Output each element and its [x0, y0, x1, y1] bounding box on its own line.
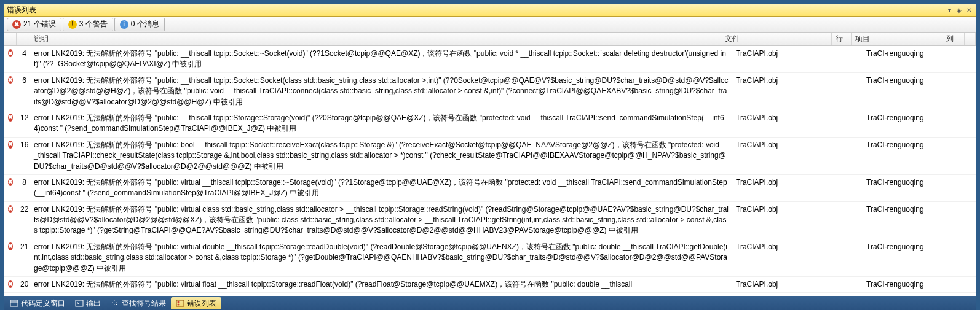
row-line — [843, 47, 863, 50]
row-line — [843, 139, 863, 141]
table-row[interactable]: ✖4error LNK2019: 无法解析的外部符号 "public: __th… — [4, 46, 976, 73]
row-column — [954, 112, 976, 114]
row-file: TraCIAPI.obj — [732, 47, 843, 59]
row-project: TraCI-renguoqing — [863, 176, 954, 188]
row-column — [954, 176, 976, 179]
row-line — [843, 74, 863, 77]
warnings-count-label: 3 个警告 — [79, 19, 108, 29]
tab-label: 输出 — [86, 298, 101, 309]
code-definition-icon — [10, 300, 18, 307]
tab-output[interactable]: 输出 — [70, 297, 106, 309]
errors-filter-button[interactable]: ✖ 21 个错误 — [7, 18, 61, 31]
row-file: TraCIAPI.obj — [732, 74, 843, 86]
error-list-panel: 错误列表 ▾ ◈ ✕ ✖ 21 个错误 ! 3 个警告 i 0 个消息 说明 文… — [4, 4, 976, 296]
row-column — [954, 203, 976, 206]
row-column — [954, 47, 976, 50]
grid-body[interactable]: ✖4error LNK2019: 无法解析的外部符号 "public: __th… — [4, 46, 976, 296]
messages-filter-button[interactable]: i 0 个消息 — [114, 18, 165, 31]
tab-label: 错误列表 — [187, 298, 216, 309]
svg-rect-0 — [10, 300, 18, 306]
table-row[interactable]: ✖12error LNK2019: 无法解析的外部符号 "public: __t… — [4, 110, 976, 138]
errors-count-label: 21 个错误 — [23, 19, 56, 29]
panel-close-icon[interactable]: ✕ — [965, 6, 973, 15]
row-description: error LNK2019: 无法解析的外部符号 "public: bool _… — [30, 139, 732, 173]
row-file: TraCIAPI.obj — [732, 112, 843, 123]
table-row[interactable]: ✖20error LNK2019: 无法解析的外部符号 "public: vir… — [4, 277, 976, 293]
panel-title: 错误列表 — [7, 5, 945, 15]
row-project: TraCI-renguoqing — [863, 112, 954, 123]
warnings-filter-button[interactable]: ! 3 个警告 — [63, 18, 113, 31]
row-description: error LNK2019: 无法解析的外部符号 "public: __this… — [30, 47, 732, 71]
row-number: 21 — [17, 241, 30, 252]
info-icon: i — [120, 20, 128, 29]
row-number: 8 — [17, 176, 30, 188]
row-file: TraCIAPI.obj — [732, 241, 843, 252]
row-column — [954, 139, 976, 141]
header-line-col[interactable]: 行 — [832, 33, 852, 45]
svg-rect-5 — [176, 300, 184, 306]
row-number: 4 — [17, 47, 30, 59]
row-file: TraCIAPI.obj — [732, 203, 843, 215]
row-number: 16 — [17, 139, 30, 150]
row-number: 22 — [17, 203, 30, 215]
header-file-col[interactable]: 文件 — [721, 33, 832, 45]
table-row[interactable]: ✖22error LNK2019: 无法解析的外部符号 "public: vir… — [4, 202, 976, 239]
tab-find-symbol[interactable]: 查找符号结果 — [106, 297, 171, 309]
row-description: error LNK2019: 无法解析的外部符号 "public: __this… — [30, 112, 732, 136]
svg-point-6 — [178, 301, 180, 303]
row-description: error LNK2019: 无法解析的外部符号 "public: __this… — [30, 74, 732, 109]
row-project: TraCI-renguoqing — [863, 203, 954, 215]
header-column-col[interactable]: 列 — [942, 33, 965, 45]
row-project: TraCI-renguoqing — [863, 139, 954, 150]
row-file: TraCIAPI.obj — [732, 139, 843, 150]
row-description: error LNK2019: 无法解析的外部符号 "public: virtua… — [30, 176, 732, 200]
row-project: TraCI-renguoqing — [863, 278, 954, 290]
row-error-icon: ✖ — [8, 280, 13, 288]
svg-rect-2 — [76, 300, 83, 306]
header-icon-col[interactable] — [4, 33, 17, 45]
row-error-icon: ✖ — [8, 141, 13, 149]
row-number: 6 — [17, 74, 30, 86]
panel-pin-icon[interactable]: ◈ — [955, 6, 963, 15]
panel-title-controls: ▾ ◈ ✕ — [945, 6, 973, 15]
error-grid: 说明 文件 行 项目 列 ✖4error LNK2019: 无法解析的外部符号 … — [4, 33, 976, 296]
row-error-icon: ✖ — [8, 178, 13, 186]
tab-code-definition[interactable]: 代码定义窗口 — [5, 297, 70, 309]
header-desc-col[interactable]: 说明 — [30, 33, 721, 45]
table-row[interactable]: ✖16error LNK2019: 无法解析的外部符号 "public: boo… — [4, 138, 976, 175]
tab-label: 代码定义窗口 — [21, 298, 65, 309]
header-scroll-spacer — [965, 33, 976, 45]
table-row[interactable]: ✖6error LNK2019: 无法解析的外部符号 "public: __th… — [4, 73, 976, 110]
row-line — [843, 278, 863, 281]
row-line — [843, 241, 863, 243]
row-number: 20 — [17, 278, 30, 290]
error-icon: ✖ — [12, 20, 21, 29]
svg-point-7 — [178, 304, 180, 306]
row-line — [843, 176, 863, 179]
find-symbol-icon — [111, 300, 119, 307]
header-project-col[interactable]: 项目 — [852, 33, 942, 45]
row-column — [954, 241, 976, 243]
table-row[interactable]: ✖21error LNK2019: 无法解析的外部符号 "public: vir… — [4, 239, 976, 277]
panel-dropdown-icon[interactable]: ▾ — [945, 6, 954, 15]
tab-label: 查找符号结果 — [122, 298, 166, 309]
row-project: TraCI-renguoqing — [863, 74, 954, 86]
row-line — [843, 203, 863, 206]
svg-line-4 — [116, 304, 118, 306]
tab-error-list[interactable]: 错误列表 — [171, 297, 221, 309]
row-error-icon: ✖ — [8, 49, 13, 57]
header-num-col[interactable] — [17, 33, 30, 45]
grid-header: 说明 文件 行 项目 列 — [4, 33, 976, 46]
row-error-icon: ✖ — [8, 242, 13, 250]
warning-icon: ! — [68, 20, 77, 29]
messages-count-label: 0 个消息 — [131, 19, 159, 29]
row-description: error LNK2019: 无法解析的外部符号 "public: virtua… — [30, 278, 732, 291]
row-column — [954, 278, 976, 281]
row-project: TraCI-renguoqing — [863, 241, 954, 252]
row-error-icon: ✖ — [8, 205, 13, 213]
row-description: error LNK2019: 无法解析的外部符号 "public: virtua… — [30, 203, 732, 238]
output-icon — [75, 300, 84, 307]
table-row[interactable]: ✖8error LNK2019: 无法解析的外部符号 "public: virt… — [4, 175, 976, 202]
row-file: TraCIAPI.obj — [732, 278, 843, 290]
row-project: TraCI-renguoqing — [863, 47, 954, 59]
